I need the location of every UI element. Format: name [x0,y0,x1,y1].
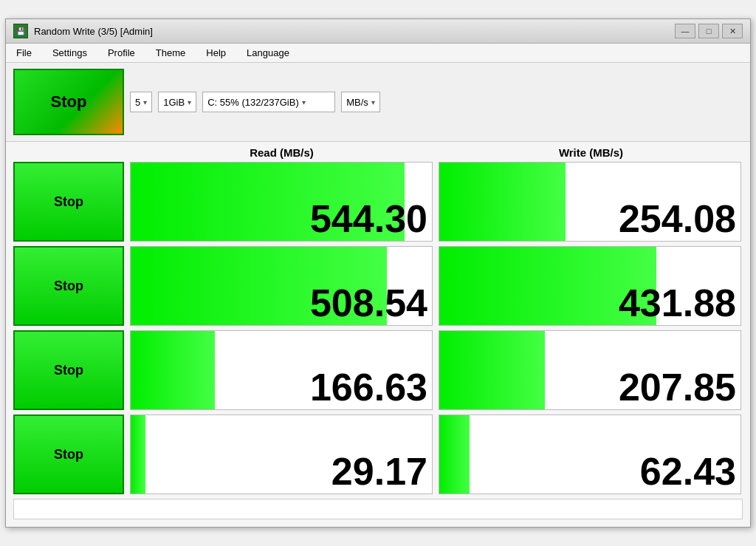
write-cell-3: 62.43 [439,414,741,494]
write-cell-1: 431.88 [439,246,741,326]
title-bar-left: 💾 Random Write (3/5) [Admin] [13,24,153,38]
write-header: Write (MB/s) [439,146,743,159]
app-icon: 💾 [13,24,28,38]
size-dropdown[interactable]: 1GiB ▾ [158,92,196,112]
read-value-0: 544.30 [310,199,427,238]
read-value-2: 166.63 [310,368,427,406]
drive-arrow: ▾ [302,98,306,106]
read-bar-2 [131,331,215,409]
write-bar-2 [439,331,545,409]
write-cell-2: 207.85 [439,330,741,410]
close-button[interactable]: ✕ [722,24,743,38]
window-title: Random Write (3/5) [Admin] [34,26,153,37]
menu-profile[interactable]: Profile [103,46,140,60]
unit-value: MB/s [346,97,368,108]
count-value: 5 [135,97,140,108]
size-arrow: ▾ [188,98,191,106]
write-value-3: 62.43 [640,452,736,491]
write-cell-0: 254.08 [439,162,741,242]
stop-button-0[interactable]: Stop [13,162,124,242]
count-arrow: ▾ [143,98,147,106]
read-value-3: 29.17 [331,452,427,491]
maximize-button[interactable]: □ [698,24,719,38]
bench-row-1: Stop 508.54 431.88 [13,246,743,326]
size-value: 1GiB [163,97,185,108]
read-cell-0: 544.30 [130,162,433,242]
write-bar-0 [439,163,566,241]
bench-row-2: Stop 166.63 207.85 [13,330,743,410]
drive-dropdown[interactable]: C: 55% (132/237GiB) ▾ [202,92,335,112]
stop-button-2[interactable]: Stop [13,330,124,410]
column-headers: Read (MB/s) Write (MB/s) [130,146,743,159]
main-content: Read (MB/s) Write (MB/s) Stop 544.30 254… [6,142,750,527]
write-bar-3 [439,415,470,494]
unit-dropdown[interactable]: MB/s ▾ [341,92,380,112]
toolbar: Stop 5 ▾ 1GiB ▾ C: 55% (132/237GiB) ▾ MB… [6,63,750,142]
main-stop-button[interactable]: Stop [13,69,124,135]
drive-value: C: 55% (132/237GiB) [207,97,299,108]
status-bar [13,499,743,519]
menu-help[interactable]: Help [202,46,230,60]
menu-bar: File Settings Profile Theme Help Languag… [6,44,750,63]
read-header: Read (MB/s) [130,146,433,159]
read-value-1: 508.54 [310,284,427,322]
unit-arrow: ▾ [371,98,375,106]
minimize-button[interactable]: — [675,24,695,38]
read-cell-3: 29.17 [130,414,433,494]
bench-row-0: Stop 544.30 254.08 [13,162,743,242]
write-value-0: 254.08 [619,199,736,238]
title-buttons: — □ ✕ [675,24,743,38]
menu-settings[interactable]: Settings [48,46,92,60]
title-bar: 💾 Random Write (3/5) [Admin] — □ ✕ [6,19,750,44]
count-dropdown[interactable]: 5 ▾ [130,92,152,112]
stop-button-1[interactable]: Stop [13,246,124,326]
read-bar-3 [131,415,145,494]
read-cell-1: 508.54 [130,246,433,326]
main-window: 💾 Random Write (3/5) [Admin] — □ ✕ File … [5,18,751,528]
bench-row-3: Stop 29.17 62.43 [13,414,743,494]
write-value-1: 431.88 [619,284,736,322]
stop-button-3[interactable]: Stop [13,414,124,494]
menu-file[interactable]: File [12,46,36,60]
menu-theme[interactable]: Theme [151,46,190,60]
write-value-2: 207.85 [619,368,736,406]
read-cell-2: 166.63 [130,330,433,410]
menu-language[interactable]: Language [242,46,294,60]
